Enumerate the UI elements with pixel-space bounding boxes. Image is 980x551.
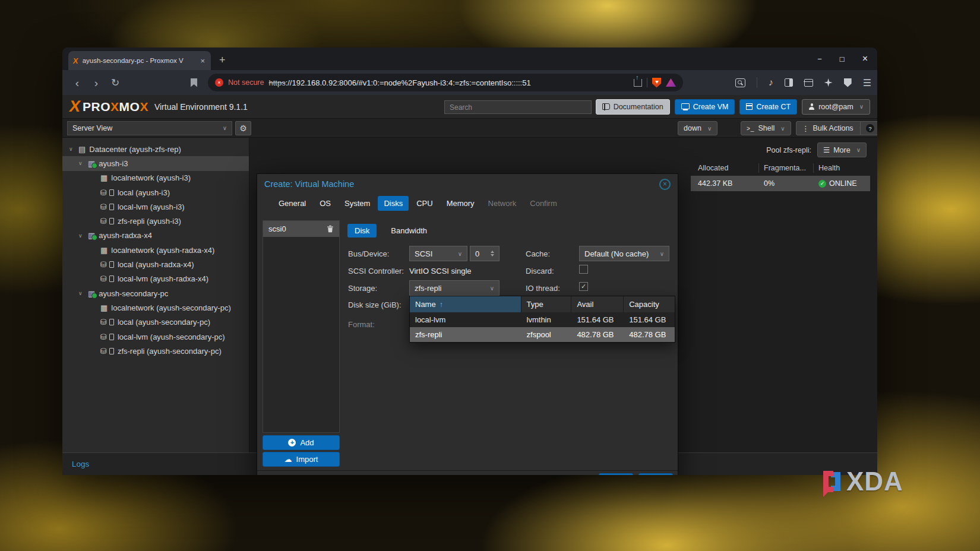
trash-icon[interactable] — [327, 225, 334, 233]
media-control-icon[interactable]: ♪ — [769, 77, 773, 88]
dropdown-column-type[interactable]: Type — [521, 296, 572, 312]
menu-icon[interactable]: ☰ — [863, 77, 871, 88]
wallet-icon[interactable] — [804, 79, 813, 87]
tab-disks[interactable]: Disks — [378, 196, 409, 211]
tab-general[interactable]: General — [273, 196, 312, 211]
subtab-disk[interactable]: Disk — [347, 224, 377, 238]
pve-version: Virtual Environment 9.1.1 — [154, 102, 248, 112]
tree-item-storage[interactable]: ⛁ local (ayush-radxa-x4) — [62, 257, 249, 271]
subtab-bandwidth[interactable]: Bandwidth — [384, 224, 434, 238]
pool-table: Allocated Fragmenta... Health 442.37 KB … — [691, 160, 870, 191]
dropdown-column-capacity[interactable]: Capacity — [624, 296, 675, 312]
brave-shield-icon[interactable] — [652, 78, 661, 88]
chevron-down-icon[interactable]: ∨ — [69, 146, 75, 152]
tree-item-storage[interactable]: ⛁ local-lvm (ayush-secondary-pc) — [62, 330, 249, 344]
xda-red-bracket-icon — [823, 471, 833, 492]
disk-size-label: Disk size (GiB): — [348, 300, 402, 309]
tree-item-node[interactable]: ∨ ▥ ayush-i3 — [62, 156, 249, 170]
leo-ai-icon[interactable] — [824, 78, 833, 87]
tree-item-network[interactable]: ▦ localnetwork (ayush-i3) — [62, 171, 249, 185]
bus-select[interactable]: SCSI ∨ — [409, 246, 467, 261]
tab-confirm: Confirm — [524, 196, 563, 211]
share-icon[interactable]: ↑ — [634, 79, 642, 87]
dialog-close-icon[interactable]: × — [659, 179, 671, 190]
user-menu-button[interactable]: root@pam ∨ — [802, 99, 870, 115]
search-input[interactable] — [444, 100, 592, 114]
help-button[interactable]: ? Help — [860, 121, 877, 135]
pool-table-row[interactable]: 442.37 KB 0% ✓ ONLINE — [691, 176, 870, 191]
storage-select[interactable]: zfs-repli ∨ — [409, 280, 500, 296]
window-maximize-button[interactable]: □ — [840, 55, 845, 64]
tree-settings-button[interactable]: ⚙ — [235, 121, 251, 135]
column-health[interactable]: Health — [814, 163, 870, 173]
disk-list-item-scsi0[interactable]: scsi0 — [263, 221, 339, 237]
allocated-value: 442.37 KB — [691, 179, 759, 188]
next-button[interactable]: Next — [638, 473, 673, 475]
window-close-button[interactable]: × — [862, 53, 868, 64]
not-secure-x: × — [217, 80, 220, 86]
add-disk-button[interactable]: + Add — [263, 435, 340, 450]
tree-item-storage[interactable]: ⛁ local (ayush-i3) — [62, 185, 249, 200]
plus-circle-icon: + — [288, 439, 296, 446]
tree-item-node[interactable]: ∨ ▥ ayush-secondary-pc — [62, 286, 249, 300]
server-view-select[interactable]: Server View ∨ — [67, 121, 232, 135]
discard-checkbox[interactable] — [579, 265, 588, 274]
create-ct-button[interactable]: Create CT — [739, 99, 797, 115]
column-allocated[interactable]: Allocated — [691, 163, 759, 173]
tree-item-storage[interactable]: ⛁ local-lvm (ayush-i3) — [62, 200, 249, 214]
storage-option-local-lvm[interactable]: local-lvm lvmthin 151.64 GB 151.64 GB — [410, 312, 675, 327]
page-icon — [109, 218, 114, 224]
chevron-down-icon[interactable]: ∨ — [78, 290, 84, 296]
search-tabs-icon[interactable] — [735, 78, 745, 87]
io-thread-checkbox[interactable]: ✓ — [579, 282, 588, 291]
cache-select[interactable]: Default (No cache) ∨ — [579, 246, 669, 261]
shell-button[interactable]: >_ Shell ∨ — [741, 121, 791, 135]
tab-system[interactable]: System — [339, 196, 376, 211]
proxmox-logo-icon: X — [68, 97, 81, 116]
browser-tab[interactable]: X ayush-secondary-pc - Proxmox V × — [68, 51, 211, 70]
address-bar[interactable]: × Not secure https://192.168.0.92:8006/#… — [208, 74, 683, 91]
online-check-icon: ✓ — [818, 180, 826, 188]
tab-os[interactable]: OS — [314, 196, 337, 211]
tab-close-icon[interactable]: × — [199, 56, 206, 65]
dropdown-column-name[interactable]: Name ↑ — [410, 296, 521, 312]
reload-icon[interactable]: ↻ — [106, 78, 124, 88]
bus-index-stepper[interactable]: 0 — [470, 246, 500, 261]
documentation-button[interactable]: Documentation — [596, 99, 670, 115]
back-button[interactable]: Back — [599, 473, 633, 475]
column-fragmentation[interactable]: Fragmenta... — [759, 163, 814, 173]
chevron-down-icon[interactable]: ∨ — [78, 160, 84, 166]
tree-item-datacenter[interactable]: ∨ ▤ Datacenter (ayush-zfs-rep) — [62, 142, 249, 156]
vpn-shield-icon[interactable] — [844, 78, 852, 87]
more-button[interactable]: ☰ More ∨ — [817, 142, 867, 157]
tree-item-storage[interactable]: ⛁ local-lvm (ayush-radxa-x4) — [62, 272, 249, 286]
browser-toolbar: ‹ › ↻ × Not secure https://192.168.0.92:… — [62, 70, 877, 95]
brave-rewards-icon[interactable] — [666, 78, 676, 87]
new-tab-button[interactable]: + — [219, 54, 226, 66]
book-icon — [602, 103, 610, 110]
dialog-header[interactable]: Create: Virtual Machine × — [257, 174, 678, 194]
tree-item-network[interactable]: ▦ localnetwork (ayush-radxa-x4) — [62, 243, 249, 257]
dropdown-column-avail[interactable]: Avail — [571, 296, 624, 312]
sidebar-toggle-icon[interactable] — [785, 78, 793, 87]
storage-option-zfs-repli[interactable]: zfs-repli zfspool 482.78 GB 482.78 GB — [410, 327, 675, 342]
tree-item-storage[interactable]: ⛁ local (ayush-secondary-pc) — [62, 315, 249, 330]
window-minimize-button[interactable]: − — [817, 55, 822, 64]
chevron-down-icon[interactable]: ∨ — [78, 233, 84, 239]
tree-item-storage[interactable]: ⛁ zfs-repli (ayush-secondary-pc) — [62, 344, 249, 358]
tree-item-storage[interactable]: ⛁ zfs-repli (ayush-i3) — [62, 214, 249, 228]
back-icon[interactable]: ‹ — [68, 77, 86, 88]
tree-item-node[interactable]: ∨ ▥ ayush-radxa-x4 — [62, 229, 249, 243]
tab-memory[interactable]: Memory — [441, 196, 480, 211]
pool-table-header: Allocated Fragmenta... Health — [691, 160, 870, 176]
create-vm-button[interactable]: Create VM — [675, 99, 735, 115]
bookmark-icon[interactable] — [191, 78, 197, 87]
container-cube-icon — [746, 103, 753, 110]
import-disk-button[interactable]: ☁ Import — [263, 452, 340, 467]
bulk-actions-button[interactable]: ⋮ Bulk Actions ∨ — [796, 121, 870, 135]
tree-item-network[interactable]: ▦ localnetwork (ayush-secondary-pc) — [62, 300, 249, 315]
shutdown-button-fragment[interactable]: down ∨ — [678, 121, 717, 135]
forward-icon[interactable]: › — [87, 77, 105, 88]
spinner-icons[interactable] — [491, 251, 494, 256]
tab-cpu[interactable]: CPU — [410, 196, 438, 211]
